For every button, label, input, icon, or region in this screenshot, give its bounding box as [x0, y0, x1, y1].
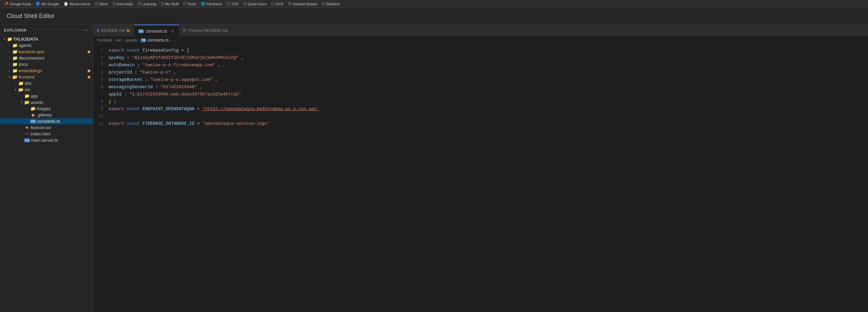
sidebar-title: Explorer: [4, 28, 27, 32]
tree-item-index-html[interactable]: </> index.html: [0, 131, 93, 137]
code-line-8: 8 } ;: [93, 98, 868, 105]
keyword-export: export: [108, 48, 124, 53]
bookmark-work[interactable]: ☐ Work: [94, 1, 109, 6]
tree-root-label: TALK2DATA: [13, 37, 93, 42]
html-file-icon: </>: [24, 132, 30, 136]
breadcrumb-constants-ts[interactable]: constants.ts: [147, 38, 168, 42]
bookmark-label: TOC: [231, 2, 239, 6]
line-number: 1: [99, 47, 108, 54]
tree-item-label: constants.ts: [37, 119, 93, 124]
folder-icon: 📁: [12, 43, 18, 48]
code-editor[interactable]: 1 export const firebaseConfig = { 2 apiK…: [93, 44, 868, 312]
bookmark-gcp[interactable]: ☐ GCP: [270, 1, 285, 6]
tree-item-dbconnectors[interactable]: › 📁 dbconnectors: [0, 55, 93, 61]
bookmark-my-google[interactable]: 🔵 My Google: [34, 1, 60, 6]
folder-icon: 📁: [24, 94, 30, 99]
code-line-5: 5 storageBucket : "twelve-p-o.appspot.co…: [93, 76, 868, 83]
tab-constants-ts[interactable]: TS constants.ts ×: [134, 25, 179, 36]
tree-item-gitkeep[interactable]: ◆ .gitkeep: [0, 112, 93, 118]
tree-item-app[interactable]: › 📁 app: [0, 93, 93, 99]
bookmark-my-stuff[interactable]: ☐ My Stuff: [159, 1, 180, 6]
breadcrumb-assets[interactable]: assets: [125, 38, 137, 42]
tab-preview-readme[interactable]: ⊟ Preview README.md: [179, 25, 232, 36]
tree-item-main-server-ts[interactable]: TS main.server.ts: [0, 137, 93, 143]
bookmark-learning[interactable]: ☐ Learning: [136, 1, 158, 6]
line-number: 7: [99, 91, 108, 98]
brace-open: {: [187, 48, 189, 53]
breadcrumb-ellipsis[interactable]: ...: [173, 38, 176, 42]
breadcrumb-src[interactable]: src: [116, 38, 121, 42]
modified-dot: [88, 76, 90, 78]
expand-arrow-icon: ›: [7, 50, 12, 54]
bookmark-label: Sidekick: [326, 2, 340, 6]
tree-item-label: favicon.ico: [31, 125, 93, 130]
sidebar-header: Explorer ···: [0, 25, 93, 36]
bookmark-sidekick[interactable]: ☐ Sidekick: [320, 1, 341, 6]
bookmark-icon: 🌐: [201, 2, 206, 6]
folder-icon: 📁: [12, 49, 18, 54]
bookmarks-bar: 📌 Google Keep 🔵 My Google 📋 Moma Home ☐ …: [0, 0, 868, 8]
bookmark-icon: ☐: [113, 2, 116, 6]
code-line-7: 7 appId : "1:617422818948:web:ddae387467…: [93, 91, 868, 98]
tree-item-favicon[interactable]: ★ favicon.ico: [0, 125, 93, 131]
collapse-arrow-icon: ▾: [19, 100, 24, 104]
code-line-2: 2 apiKey : "AIzaSyAP1fdDSIfJ0rH7lGMaSjGJ…: [93, 54, 868, 62]
folder-icon: 📁: [30, 106, 36, 111]
bookmark-toc[interactable]: ☐ TOC: [225, 1, 240, 6]
bookmark-moma-home[interactable]: 📋 Moma Home: [62, 1, 92, 6]
identifier: ENDPOINT_OPENDATAQNA: [142, 106, 197, 111]
tab-label: Preview README.md: [188, 28, 227, 33]
tree-item-backend-apis[interactable]: › 📁 backend-apis: [0, 48, 93, 55]
code-content: authDomain : "twelve-p-o.firebaseapp.com…: [108, 62, 863, 69]
identifier: FIREBASE_DATABASE_ID: [143, 121, 197, 126]
tree-item-src[interactable]: ▾ 📂 src: [0, 86, 93, 93]
keyword-const: const: [127, 48, 140, 53]
app-title: Cloud Shell Editor: [7, 13, 55, 19]
tree-item-embeddings[interactable]: › 📁 embeddings: [0, 68, 93, 74]
bookmark-icon: ☐: [137, 2, 141, 6]
bookmark-icon: ☐: [322, 2, 325, 6]
breadcrumb-separator: ›: [113, 38, 115, 42]
code-content: storageBucket : "twelve-p-o.appspot.com"…: [108, 76, 863, 83]
tree-item-constants-ts[interactable]: TS constants.ts: [0, 118, 93, 125]
tab-close-button[interactable]: ×: [170, 29, 175, 34]
bookmark-icon: 📌: [4, 2, 9, 6]
code-content: projectId : "twelve-p-o" ,: [108, 69, 863, 76]
breadcrumb-ts-icon: TS: [141, 38, 146, 42]
tree-item-dist[interactable]: › 📁 dist: [0, 80, 93, 86]
expand-arrow-icon: ›: [13, 81, 18, 85]
line-number: 2: [99, 54, 108, 62]
sidebar: Explorer ··· ▾ 📁 TALK2DATA › 📁 agents › …: [0, 25, 93, 312]
tree-item-label: dist: [25, 81, 93, 86]
bookmark-intra-help[interactable]: ☐ Intra-Help: [111, 1, 134, 6]
breadcrumb-frontend[interactable]: frontend: [97, 38, 112, 42]
keyword-export: export: [108, 106, 124, 111]
code-line-1: 1 export const firebaseConfig = {: [93, 47, 868, 54]
tree-item-frontend[interactable]: ▾ 📂 frontend: [0, 74, 93, 80]
tree-item-agents[interactable]: › 📁 agents: [0, 42, 93, 48]
bookmark-pantheon[interactable]: 🌐 Pantheon: [199, 1, 223, 6]
bookmark-icon: ☐: [288, 2, 291, 6]
tree-item-label: docs: [19, 62, 93, 67]
code-line-3: 3 authDomain : "twelve-p-o.firebaseapp.c…: [93, 62, 868, 69]
tree-item-images[interactable]: › 📁 images: [0, 105, 93, 112]
bookmark-quick-docs[interactable]: ☐ Quick Docs: [242, 1, 268, 6]
tree-item-docs[interactable]: › 📁 docs: [0, 61, 93, 68]
tab-readme[interactable]: ℹ README.md M: [93, 25, 134, 36]
bookmark-google-keep[interactable]: 📌 Google Keep: [3, 1, 32, 6]
tree-root-talk2data[interactable]: ▾ 📁 TALK2DATA: [0, 36, 93, 42]
keyword-const: const: [127, 121, 140, 126]
bookmark-icon: ☐: [227, 2, 230, 6]
sidebar-more-button[interactable]: ···: [83, 27, 89, 33]
expand-arrow-icon: ›: [7, 56, 12, 60]
bookmark-solution-based[interactable]: ☐ Solution Based: [287, 1, 318, 6]
tree-item-assets[interactable]: ▾ 📂 assets: [0, 99, 93, 105]
bookmark-tools[interactable]: ☐ Tools: [182, 1, 197, 6]
tree-item-label: backend-apis: [19, 49, 44, 54]
code-content: } ;: [108, 98, 863, 105]
tab-label: README.md: [101, 28, 125, 33]
line-number: 5: [99, 76, 108, 83]
tree-item-label: src: [25, 87, 93, 92]
modified-dot: [88, 70, 90, 72]
folder-icon: 📁: [12, 56, 18, 61]
